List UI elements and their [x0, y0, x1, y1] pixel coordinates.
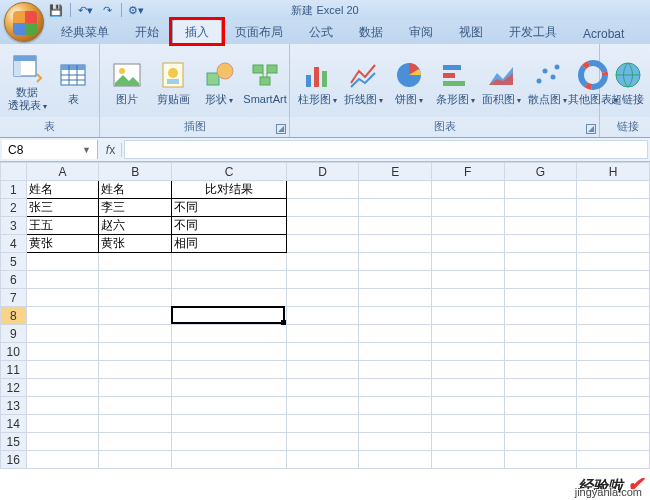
cell[interactable] — [286, 307, 359, 325]
cell[interactable] — [432, 451, 505, 469]
cell[interactable] — [26, 361, 99, 379]
cell[interactable] — [359, 307, 432, 325]
cell[interactable] — [359, 253, 432, 271]
cell[interactable] — [432, 199, 505, 217]
cell[interactable] — [172, 451, 286, 469]
cell[interactable] — [432, 325, 505, 343]
cell[interactable] — [432, 271, 505, 289]
cell[interactable] — [577, 433, 650, 451]
cell[interactable]: 不同 — [172, 217, 286, 235]
cell[interactable] — [286, 397, 359, 415]
tab-home[interactable]: 开始 — [122, 19, 172, 44]
cell[interactable] — [286, 199, 359, 217]
tab-data[interactable]: 数据 — [346, 19, 396, 44]
row-header[interactable]: 12 — [1, 379, 27, 397]
row-header[interactable]: 5 — [1, 253, 27, 271]
cell[interactable]: 不同 — [172, 199, 286, 217]
cell[interactable] — [359, 451, 432, 469]
cell[interactable] — [286, 271, 359, 289]
row-header[interactable]: 6 — [1, 271, 27, 289]
cell[interactable] — [577, 199, 650, 217]
cell[interactable] — [172, 379, 286, 397]
row-header[interactable]: 11 — [1, 361, 27, 379]
bar-chart-button[interactable]: 条形图 — [434, 56, 476, 110]
cell[interactable] — [99, 271, 172, 289]
cell[interactable] — [577, 451, 650, 469]
column-header[interactable]: H — [577, 163, 650, 181]
pie-chart-button[interactable]: 饼图 — [388, 56, 430, 110]
spreadsheet-grid[interactable]: ABCDEFGH1姓名姓名比对结果2张三李三不同3王五赵六不同4黄张黄张相同56… — [0, 162, 650, 500]
cell[interactable]: 姓名 — [26, 181, 99, 199]
cell[interactable] — [99, 289, 172, 307]
cell[interactable] — [432, 343, 505, 361]
picture-button[interactable]: 图片 — [106, 56, 148, 109]
cell[interactable] — [172, 343, 286, 361]
cell[interactable] — [359, 433, 432, 451]
pivottable-button[interactable]: 数据 透视表 — [6, 49, 48, 116]
column-header[interactable]: B — [99, 163, 172, 181]
redo-icon[interactable]: ↷ — [99, 2, 115, 18]
cell[interactable] — [577, 325, 650, 343]
cell[interactable] — [26, 415, 99, 433]
column-chart-button[interactable]: 柱形图 — [296, 56, 338, 110]
cell[interactable] — [26, 253, 99, 271]
cell[interactable] — [577, 253, 650, 271]
tab-review[interactable]: 审阅 — [396, 19, 446, 44]
cell[interactable] — [359, 361, 432, 379]
formula-input[interactable] — [124, 140, 648, 159]
cell[interactable] — [172, 325, 286, 343]
smartart-button[interactable]: SmartArt — [244, 56, 286, 109]
cell[interactable] — [286, 343, 359, 361]
cell[interactable] — [432, 289, 505, 307]
cell[interactable] — [432, 415, 505, 433]
column-header[interactable]: E — [359, 163, 432, 181]
column-header[interactable]: C — [172, 163, 286, 181]
cell[interactable] — [99, 253, 172, 271]
cell[interactable] — [26, 397, 99, 415]
cell[interactable] — [577, 289, 650, 307]
cell[interactable] — [286, 325, 359, 343]
cell[interactable]: 赵六 — [99, 217, 172, 235]
cell[interactable] — [432, 379, 505, 397]
area-chart-button[interactable]: 面积图 — [480, 56, 522, 110]
cell[interactable] — [286, 289, 359, 307]
cell[interactable] — [504, 253, 577, 271]
cell[interactable] — [359, 289, 432, 307]
dialog-launcher-icon[interactable]: ◢ — [586, 124, 596, 134]
cell[interactable] — [359, 271, 432, 289]
cell[interactable] — [504, 325, 577, 343]
qat-customize-icon[interactable]: ⚙▾ — [128, 2, 144, 18]
fx-button[interactable]: fx — [100, 143, 122, 157]
cell[interactable] — [432, 217, 505, 235]
cell[interactable] — [359, 181, 432, 199]
cell[interactable] — [99, 433, 172, 451]
cell[interactable] — [26, 451, 99, 469]
tab-insert[interactable]: 插入 — [172, 19, 222, 44]
cell[interactable]: 相同 — [172, 235, 286, 253]
cell[interactable] — [577, 235, 650, 253]
cell[interactable] — [577, 307, 650, 325]
cell[interactable] — [359, 235, 432, 253]
cell[interactable] — [577, 397, 650, 415]
cell[interactable] — [504, 379, 577, 397]
cell[interactable] — [359, 217, 432, 235]
cell[interactable] — [26, 271, 99, 289]
cell[interactable] — [432, 307, 505, 325]
row-header[interactable]: 4 — [1, 235, 27, 253]
tab-view[interactable]: 视图 — [446, 19, 496, 44]
cell[interactable] — [172, 271, 286, 289]
cell[interactable] — [432, 397, 505, 415]
cell[interactable] — [172, 289, 286, 307]
name-box[interactable]: C8 ▼ — [2, 140, 98, 159]
cell[interactable] — [172, 397, 286, 415]
row-header[interactable]: 3 — [1, 217, 27, 235]
cell[interactable] — [99, 307, 172, 325]
tab-formulas[interactable]: 公式 — [296, 19, 346, 44]
cell[interactable]: 张三 — [26, 199, 99, 217]
cell[interactable] — [172, 433, 286, 451]
cell[interactable]: 比对结果 — [172, 181, 286, 199]
cell[interactable] — [359, 415, 432, 433]
cell[interactable] — [504, 181, 577, 199]
cell[interactable] — [577, 181, 650, 199]
clipart-button[interactable]: 剪贴画 — [152, 56, 194, 109]
